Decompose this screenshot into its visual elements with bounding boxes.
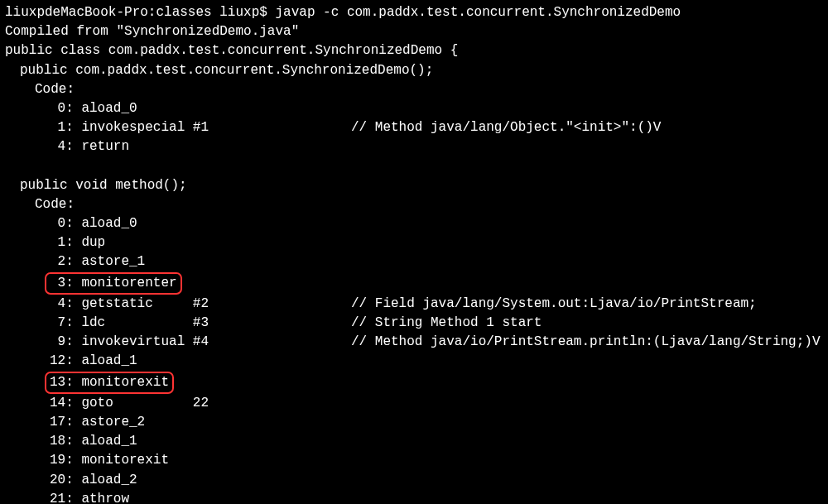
- highlighted-instruction: 3: monitorenter: [45, 272, 182, 295]
- bytecode-line: 14: goto 22: [5, 394, 823, 413]
- bytecode-line: 21: athrow: [5, 490, 823, 504]
- terminal-prompt-line: liuxpdeMacBook-Pro:classes liuxp$ javap …: [5, 3, 823, 22]
- bytecode-line: 18: aload_1: [5, 432, 823, 451]
- highlighted-instruction: 13: monitorexit: [45, 372, 174, 394]
- instruction-text: 1: invokespecial #1: [50, 120, 209, 135]
- prompt-dir: classes: [156, 5, 211, 20]
- method-instructions: 0: aload_0 1: dup 2: astore_1 3: monitor…: [5, 214, 823, 504]
- bytecode-line: 20: aload_2: [5, 471, 823, 490]
- bytecode-comment: // String Method 1 start: [351, 314, 542, 333]
- code-label: Code:: [5, 80, 823, 99]
- bytecode-comment: // Field java/lang/System.out:Ljava/io/P…: [351, 295, 757, 314]
- bytecode-line: 4: return: [5, 137, 823, 156]
- bytecode-comment: // Method java/lang/Object."<init>":()V: [351, 118, 661, 137]
- class-declaration: public class com.paddx.test.concurrent.S…: [5, 41, 823, 60]
- instruction-text: 20: aload_2: [50, 473, 193, 487]
- bytecode-line: 13: monitorexit: [5, 372, 823, 394]
- bytecode-line: 1: invokespecial #1// Method java/lang/O…: [5, 118, 823, 137]
- bytecode-line: 4: getstatic #2// Field java/lang/System…: [5, 295, 823, 314]
- instruction-text: 4: getstatic #2: [50, 296, 209, 311]
- bytecode-line: 2: astore_1: [5, 252, 823, 271]
- compiled-from-line: Compiled from "SynchronizedDemo.java": [5, 22, 823, 41]
- bytecode-line: 19: monitorexit: [5, 451, 823, 470]
- instruction-text: 14: goto 22: [50, 396, 209, 410]
- instruction-text: 17: astore_2: [50, 415, 193, 430]
- instruction-text: 0: aload_0: [50, 101, 193, 116]
- bytecode-line: 9: invokevirtual #4// Method java/io/Pri…: [5, 333, 823, 352]
- bytecode-line: 17: astore_2: [5, 413, 823, 432]
- instruction-text: 2: astore_1: [50, 254, 193, 269]
- instruction-text: 7: ldc #3: [50, 315, 209, 330]
- command-text: javap -c com.paddx.test.concurrent.Synch…: [275, 5, 681, 20]
- instruction-text: 18: aload_1: [50, 434, 193, 449]
- instruction-text: 21: athrow: [50, 492, 193, 504]
- code-label: Code:: [5, 195, 823, 214]
- instruction-text: 12: aload_1: [50, 353, 193, 368]
- instruction-text: 9: invokevirtual #4: [50, 334, 209, 349]
- constructor-instructions: 0: aload_0 1: invokespecial #1// Method …: [5, 99, 823, 157]
- instruction-text: 19: monitorexit: [50, 453, 193, 468]
- prompt-user: liuxp$: [219, 5, 267, 20]
- bytecode-line: 3: monitorenter: [5, 272, 823, 295]
- bytecode-line: 0: aload_0: [5, 214, 823, 233]
- instruction-text: 0: aload_0: [50, 216, 193, 231]
- bytecode-comment: // Method java/io/PrintStream.println:(L…: [351, 333, 821, 352]
- bytecode-line: 7: ldc #3// String Method 1 start: [5, 314, 823, 333]
- bytecode-line: 12: aload_1: [5, 352, 823, 371]
- method-signature: public void method();: [5, 176, 823, 195]
- instruction-text: 4: return: [50, 139, 193, 154]
- constructor-signature: public com.paddx.test.concurrent.Synchro…: [5, 61, 823, 80]
- instruction-text: 1: dup: [50, 235, 193, 250]
- prompt-host: liuxpdeMacBook-Pro: [5, 5, 148, 20]
- bytecode-line: 0: aload_0: [5, 99, 823, 118]
- blank-line: [5, 157, 823, 176]
- bytecode-line: 1: dup: [5, 233, 823, 252]
